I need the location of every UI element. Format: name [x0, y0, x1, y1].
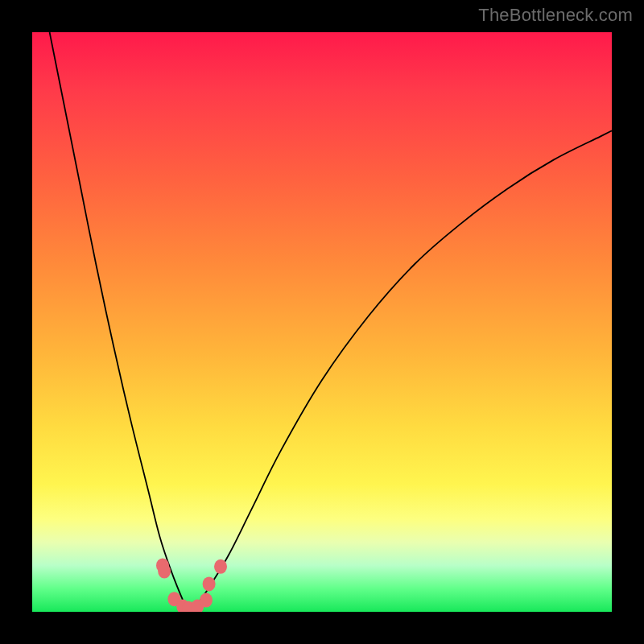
left-branch-curve: [50, 32, 189, 612]
plot-area: [32, 32, 612, 612]
marker-group: [156, 558, 227, 612]
data-marker: [200, 593, 213, 608]
watermark-text: TheBottleneck.com: [478, 5, 633, 26]
data-marker: [203, 576, 216, 591]
chart-frame: TheBottleneck.com: [0, 0, 644, 644]
data-marker: [214, 559, 227, 574]
curve-layer: [32, 32, 612, 612]
data-marker: [158, 564, 171, 579]
right-branch-curve: [188, 130, 612, 612]
